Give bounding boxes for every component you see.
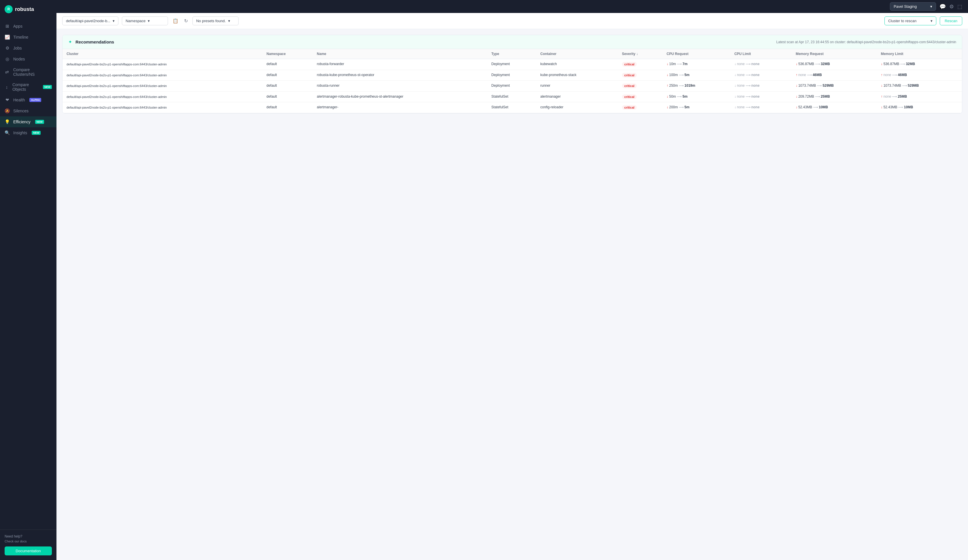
cell-type: Deployment (487, 59, 536, 70)
cell-severity: critical (618, 102, 663, 113)
cell-name: robusta-runner (313, 81, 487, 91)
check-docs-label: Check our docs (5, 540, 52, 543)
cell-cpu-limit: ↓ none ⟶ none (730, 59, 792, 70)
cell-cluster: default/api-pavel2node-bs2o-p1-openshift… (63, 81, 262, 91)
cell-cpu-request: ↓ 100m ⟶ 5m (663, 70, 730, 81)
cell-cpu-limit: ↓ none ⟶ none (730, 91, 792, 102)
sidebar-item-label: Apps (13, 24, 22, 28)
cell-cluster: default/api-pavel2node-bs2o-p1-openshift… (63, 91, 262, 102)
cell-cluster: default/api-pavel2node-bs2o-p1-openshift… (63, 102, 262, 113)
cell-name: robusta-forwarder (313, 59, 487, 70)
chat-icon[interactable]: 💬 (940, 3, 946, 10)
sidebar-item-label: Compare Objects (12, 82, 38, 91)
recommendations-icon: ✦ (68, 39, 72, 45)
cell-name: alertmanager- (313, 102, 487, 113)
cell-cpu-request: ↓ 50m ⟶ 5m (663, 91, 730, 102)
cell-container: runner (536, 81, 618, 91)
cell-name: alertmanager-robusta-kube-prometheus-st-… (313, 91, 487, 102)
sidebar-item-label: Silences (13, 109, 28, 113)
sidebar-item-apps[interactable]: ⊞Apps (0, 21, 56, 31)
cell-memory-limit: ↑ none ⟶ 46MB (877, 70, 962, 81)
cell-type: Deployment (487, 70, 536, 81)
sidebar-item-timeline[interactable]: 📈Timeline (0, 31, 56, 43)
rescan-button[interactable]: Rescan (940, 17, 962, 25)
sidebar-item-label: Nodes (13, 57, 25, 61)
cell-cpu-request: ↓ 10m ⟶ 7m (663, 59, 730, 70)
cell-name: robusta-kube-prometheus-st-operator (313, 70, 487, 81)
chevron-icon: ▾ (228, 19, 230, 23)
col-name: Name (313, 49, 487, 59)
cell-memory-request: ↑ none ⟶ 46MB (792, 70, 877, 81)
save-icon[interactable]: 📋 (171, 17, 179, 25)
sidebar-item-efficiency[interactable]: 💡EfficiencyNEW (0, 116, 56, 128)
cell-memory-limit: ↓ 1073.74MB ⟶ 529MB (877, 81, 962, 91)
logo-text: robusta (15, 6, 34, 12)
cell-type: StatefulSet (487, 91, 536, 102)
documentation-button[interactable]: Documentation (5, 547, 52, 555)
col-cluster: Cluster (63, 49, 262, 59)
cell-memory-request: ↓ 536.87MB ⟶ 32MB (792, 59, 877, 70)
sidebar-item-silences[interactable]: 🔕Silences (0, 105, 56, 116)
table-row: default/api-pavel2node-bs2o-p1-openshift… (63, 70, 962, 81)
col-type: Type (487, 49, 536, 59)
sidebar-item-insights[interactable]: 🔍InsightsNEW (0, 128, 56, 138)
silences-icon: 🔕 (5, 108, 10, 114)
cluster-filter-dropdown[interactable]: default/api-pavel2node-b... ▾ (62, 17, 118, 25)
sidebar-item-jobs[interactable]: ⚙Jobs (0, 43, 56, 54)
cell-memory-limit: ↓ 52.43MB ⟶ 10MB (877, 102, 962, 113)
sidebar-item-label: Efficiency (13, 119, 31, 124)
table-row: default/api-pavel2node-bs2o-p1-openshift… (63, 59, 962, 70)
jobs-icon: ⚙ (5, 45, 10, 51)
cell-cluster: default/api-pavel2node-bs2o-p1-openshift… (63, 59, 262, 70)
presets-dropdown[interactable]: No presets found. ▾ (192, 17, 239, 25)
cell-memory-request: ↓ 1073.74MB ⟶ 529MB (792, 81, 877, 91)
cluster-rescan-label: Cluster to rescan (888, 19, 917, 23)
sidebar-item-label: Jobs (13, 46, 22, 50)
badge-new: NEW (43, 85, 52, 89)
compare-clusters-icon: ⇄ (5, 70, 10, 75)
sidebar-item-compare-clusters[interactable]: ⇄Compare Clusters/NS (0, 65, 56, 80)
namespace-dropdown[interactable]: Namespace ▾ (122, 17, 168, 25)
main-content: Pavel Staging ▾ 💬 ⚙ ⬚ default/api-pavel2… (56, 0, 968, 560)
panel-subtitle: Latest scan at Apr 17, 23 16:44:55 on cl… (776, 40, 956, 44)
col-severity: Severity ↓ (618, 49, 663, 59)
cluster-selector[interactable]: Pavel Staging ▾ (890, 2, 936, 11)
cell-severity: critical (618, 70, 663, 81)
health-icon: ❤ (5, 98, 10, 103)
page-content: ✦ Recommendations Latest scan at Apr 17,… (56, 29, 968, 560)
table-header: Cluster Namespace Name Type Container Se… (63, 49, 962, 59)
cell-namespace: default (262, 59, 313, 70)
table-header-row: Cluster Namespace Name Type Container Se… (63, 49, 962, 59)
table-row: default/api-pavel2node-bs2o-p1-openshift… (63, 91, 962, 102)
gear-icon[interactable]: ⚙ (949, 3, 954, 10)
sidebar: R robusta ⊞Apps📈Timeline⚙Jobs◎Nodes⇄Comp… (0, 0, 56, 560)
cell-cpu-limit: ↓ none ⟶ none (730, 81, 792, 91)
cell-namespace: default (262, 81, 313, 91)
cluster-selector-label: Pavel Staging (893, 4, 917, 8)
cell-severity: critical (618, 59, 663, 70)
cell-memory-limit: ↓ 536.87MB ⟶ 32MB (877, 59, 962, 70)
cell-namespace: default (262, 70, 313, 81)
toolbar: default/api-pavel2node-b... ▾ Namespace … (56, 13, 968, 29)
cell-container: kubewatch (536, 59, 618, 70)
table-body: default/api-pavel2node-bs2o-p1-openshift… (63, 59, 962, 113)
cluster-rescan-dropdown[interactable]: Cluster to rescan ▾ (884, 17, 937, 25)
logout-icon[interactable]: ⬚ (957, 3, 962, 10)
cell-namespace: default (262, 91, 313, 102)
namespace-label: Namespace (126, 19, 146, 23)
cell-cpu-limit: ↓ none ⟶ none (730, 102, 792, 113)
refresh-icon[interactable]: ↻ (183, 17, 189, 25)
sidebar-item-label: Compare Clusters/NS (13, 68, 52, 77)
col-memory-request: Memory Request (792, 49, 877, 59)
presets-placeholder: No presets found. (196, 19, 226, 23)
cell-namespace: default (262, 102, 313, 113)
sidebar-item-health[interactable]: ❤HealthALPHA (0, 94, 56, 105)
sidebar-item-nodes[interactable]: ◎Nodes (0, 54, 56, 65)
badge-new: NEW (31, 131, 41, 135)
apps-icon: ⊞ (5, 24, 10, 29)
badge-new: NEW (35, 120, 44, 124)
cell-cpu-request: ↑ 250m ⟶ 1019m (663, 81, 730, 91)
col-memory-limit: Memory Limit (877, 49, 962, 59)
sidebar-item-compare-objects[interactable]: ↕Compare ObjectsNEW (0, 80, 56, 94)
panel-title: Recommendations (75, 40, 114, 45)
